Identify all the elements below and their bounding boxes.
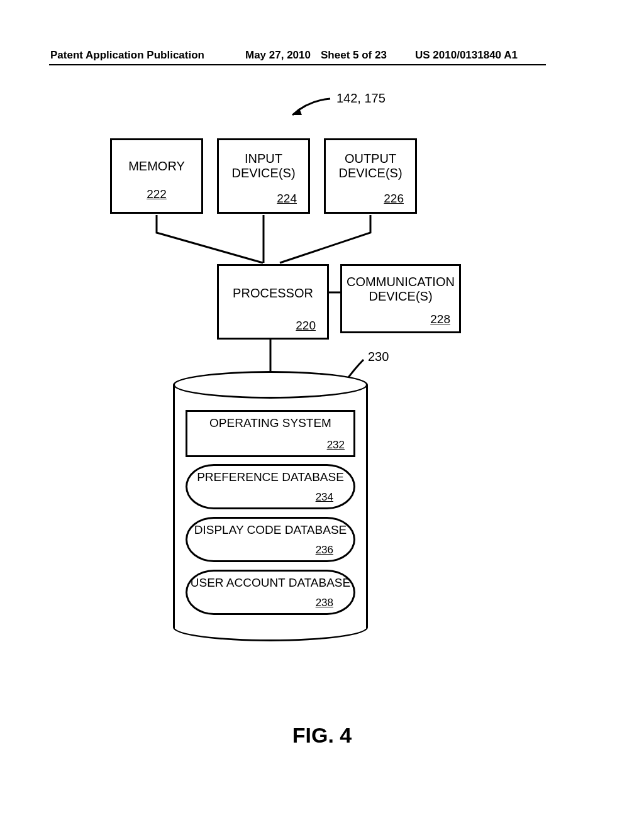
user-account-db-num: 238: [316, 597, 333, 609]
publication-number: US 2010/0131840 A1: [415, 49, 518, 62]
display-code-db-box: DISPLAY CODE DATABASE 236: [186, 517, 355, 562]
cylinder-top-ellipse: [173, 371, 368, 399]
memory-block: MEMORY 222: [110, 138, 203, 214]
memory-num: 222: [112, 187, 201, 201]
input-block: INPUT DEVICE(S) 224: [217, 138, 310, 214]
storage-cylinder: OPERATING SYSTEM 232 PREFERENCE DATABASE…: [173, 371, 368, 641]
sheet-number: Sheet 5 of 23: [321, 49, 387, 62]
ref-230: 230: [368, 350, 389, 364]
output-num: 226: [384, 192, 404, 206]
output-label: OUTPUT DEVICE(S): [326, 140, 415, 180]
svg-marker-0: [292, 108, 302, 115]
communication-block: COMMUNICATION DEVICE(S) 228: [340, 264, 461, 333]
publication-label: Patent Application Publication: [50, 49, 204, 62]
output-block: OUTPUT DEVICE(S) 226: [324, 138, 417, 214]
display-code-db-num: 236: [316, 544, 333, 556]
publication-date: May 27, 2010: [245, 49, 311, 62]
preference-db-label: PREFERENCE DATABASE: [187, 466, 353, 484]
operating-system-label: OPERATING SYSTEM: [187, 412, 353, 430]
preference-db-box: PREFERENCE DATABASE 234: [186, 464, 355, 509]
memory-label: MEMORY: [112, 140, 201, 174]
preference-db-num: 234: [316, 491, 333, 504]
operating-system-box: OPERATING SYSTEM 232: [186, 410, 355, 457]
header-rule: [49, 64, 546, 65]
input-label: INPUT DEVICE(S): [219, 140, 308, 180]
user-account-db-box: USER ACCOUNT DATABASE 238: [186, 570, 355, 615]
communication-num: 228: [430, 313, 450, 326]
processor-num: 220: [296, 319, 316, 333]
processor-block: PROCESSOR 220: [217, 264, 329, 340]
figure-label: FIG. 4: [0, 723, 644, 748]
input-num: 224: [277, 192, 297, 206]
cylinder-bottom-mask: [175, 614, 366, 629]
page: Patent Application Publication May 27, 2…: [0, 0, 644, 830]
processor-label: PROCESSOR: [219, 266, 327, 301]
operating-system-num: 232: [327, 439, 345, 451]
ref-142-175: 142, 175: [336, 91, 386, 106]
display-code-db-label: DISPLAY CODE DATABASE: [187, 519, 353, 537]
communication-label: COMMUNICATION DEVICE(S): [342, 266, 459, 304]
user-account-db-label: USER ACCOUNT DATABASE: [187, 572, 353, 590]
